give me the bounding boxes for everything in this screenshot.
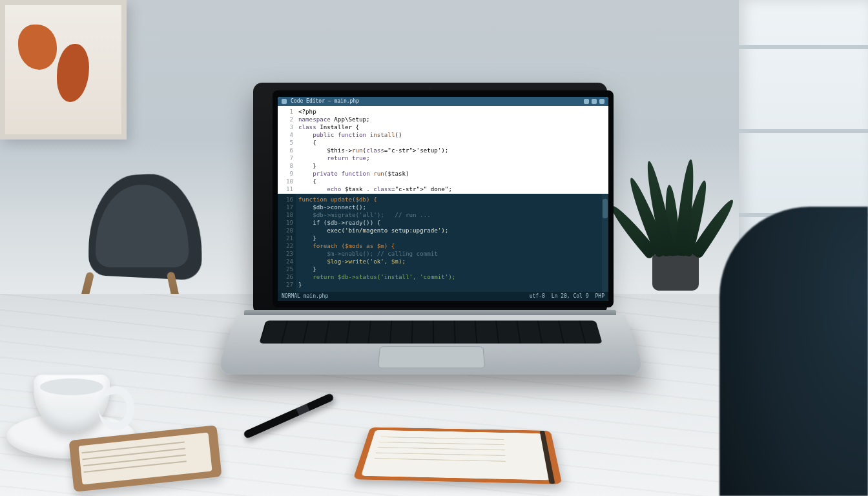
laptop-deck (216, 315, 646, 375)
editor-bottom-pane[interactable]: 161718192021222324252627 function update… (278, 194, 608, 301)
window-button-icon[interactable] (282, 99, 287, 104)
status-mode: NORMAL main.php (282, 293, 328, 300)
minimize-icon[interactable] (584, 99, 589, 104)
scrollbar-thumb[interactable] (603, 199, 608, 218)
close-icon[interactable] (599, 99, 604, 104)
code-area-top[interactable]: <?phpnamespace App\Setup;class Installer… (296, 106, 608, 194)
notebook-right (353, 427, 563, 484)
maximize-icon[interactable] (592, 99, 597, 104)
editor-statusbar: NORMAL main.php utf-8 Ln 20, Col 9 PHP (278, 292, 608, 301)
laptop: Code Editor — main.php 12345678910111213… (240, 83, 621, 393)
code-area-bottom[interactable]: function update($db) { $db->connect(); $… (296, 194, 608, 301)
status-encoding: utf-8 (530, 293, 545, 300)
keyboard[interactable] (259, 320, 602, 343)
workspace-photo: Code Editor — main.php 12345678910111213… (0, 0, 868, 496)
status-position: Ln 20, Col 9 (552, 293, 589, 300)
status-language: PHP (595, 293, 604, 300)
person-shoulder (719, 207, 868, 496)
potted-plant (623, 136, 726, 291)
scrollbar[interactable] (602, 194, 608, 292)
line-gutter: 161718192021222324252627 (278, 194, 296, 301)
line-gutter: 123456789101112131415 (278, 106, 296, 194)
laptop-screen: Code Editor — main.php 12345678910111213… (278, 97, 608, 301)
trackpad[interactable] (378, 346, 485, 368)
editor-top-pane[interactable]: 123456789101112131415 <?phpnamespace App… (278, 106, 608, 194)
editor-titlebar[interactable]: Code Editor — main.php (278, 97, 608, 106)
window-title: Code Editor — main.php (291, 98, 359, 105)
wall-poster (0, 0, 127, 140)
